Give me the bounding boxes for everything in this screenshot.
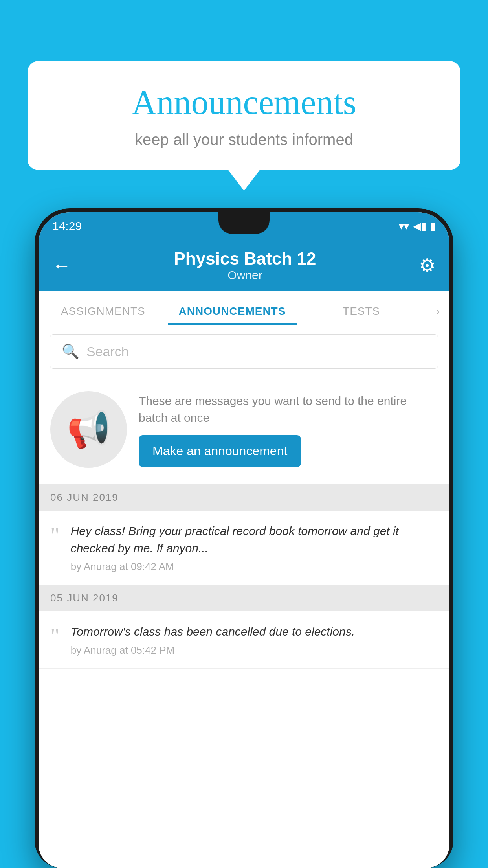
app-header: ← Physics Batch 12 Owner ⚙: [39, 240, 449, 291]
date-divider-1: 06 JUN 2019: [39, 484, 449, 511]
tab-more[interactable]: ›: [426, 305, 449, 325]
promo-description: These are messages you want to send to t…: [139, 392, 438, 427]
header-subtitle: Owner: [174, 268, 316, 282]
search-bar[interactable]: 🔍 Search: [50, 334, 438, 369]
quote-icon-1: ": [50, 524, 60, 547]
announcement-text-2: Tomorrow's class has been cancelled due …: [71, 623, 438, 640]
tab-bar: ASSIGNMENTS ANNOUNCEMENTS TESTS ›: [39, 291, 449, 326]
announcement-content-2: Tomorrow's class has been cancelled due …: [71, 623, 438, 657]
status-bar: 14:29 ▾▾ ◀▮ ▮: [39, 212, 449, 240]
tab-announcements[interactable]: ANNOUNCEMENTS: [168, 305, 297, 325]
promo-section: 📢 These are messages you want to send to…: [39, 377, 449, 484]
header-title: Physics Batch 12: [174, 249, 316, 268]
promo-right: These are messages you want to send to t…: [139, 392, 438, 467]
settings-icon[interactable]: ⚙: [419, 254, 436, 276]
bubble-title: Announcements: [51, 83, 437, 122]
bubble-subtitle: keep all your students informed: [51, 131, 437, 149]
status-icons: ▾▾ ◀▮ ▮: [399, 220, 436, 232]
make-announcement-button[interactable]: Make an announcement: [139, 435, 301, 467]
quote-icon-2: ": [50, 625, 60, 648]
search-icon: 🔍: [62, 343, 79, 360]
speech-bubble: Announcements keep all your students inf…: [28, 61, 460, 170]
announcement-item-1[interactable]: " Hey class! Bring your practical record…: [39, 511, 449, 585]
megaphone-icon: 📢: [67, 409, 111, 450]
megaphone-circle: 📢: [50, 391, 127, 468]
signal-icon: ◀▮: [413, 220, 426, 232]
phone-frame: 14:29 ▾▾ ◀▮ ▮ ← Physics Batch 12 Owner ⚙…: [35, 208, 453, 868]
announcement-meta-1: by Anurag at 09:42 AM: [71, 561, 438, 573]
announcement-item-2[interactable]: " Tomorrow's class has been cancelled du…: [39, 611, 449, 669]
wifi-icon: ▾▾: [399, 220, 409, 232]
speech-bubble-container: Announcements keep all your students inf…: [28, 61, 460, 170]
header-center: Physics Batch 12 Owner: [174, 249, 316, 282]
search-container: 🔍 Search: [39, 326, 449, 377]
search-placeholder: Search: [86, 344, 129, 359]
tab-assignments[interactable]: ASSIGNMENTS: [39, 305, 168, 325]
tab-tests[interactable]: TESTS: [297, 305, 426, 325]
status-time: 14:29: [52, 219, 82, 233]
back-button[interactable]: ←: [52, 255, 71, 276]
date-divider-2: 05 JUN 2019: [39, 585, 449, 611]
announcement-meta-2: by Anurag at 05:42 PM: [71, 644, 438, 657]
announcement-content-1: Hey class! Bring your practical record b…: [71, 522, 438, 573]
battery-icon: ▮: [430, 220, 436, 232]
notch: [218, 212, 270, 234]
phone-screen: 14:29 ▾▾ ◀▮ ▮ ← Physics Batch 12 Owner ⚙…: [39, 212, 449, 868]
announcement-text-1: Hey class! Bring your practical record b…: [71, 522, 438, 557]
